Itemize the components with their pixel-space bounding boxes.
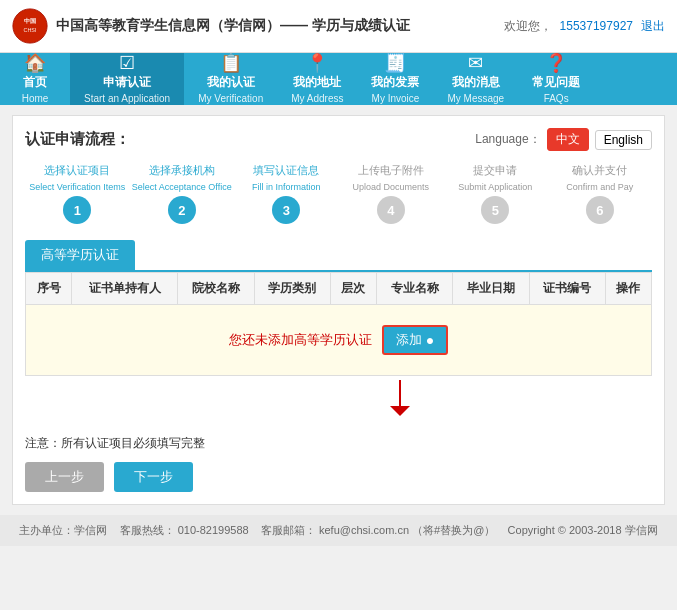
header-right: 欢迎您， 15537197927 退出	[504, 18, 665, 35]
process-title: 认证申请流程：	[25, 130, 130, 149]
footer-host: 主办单位：学信网	[19, 524, 107, 536]
lang-en-button[interactable]: English	[595, 130, 652, 150]
svg-text:CHSI: CHSI	[24, 27, 37, 33]
nav-verification-en: My Verification	[198, 93, 263, 104]
step-1: 选择认证项目 Select Verification Items 1	[25, 163, 130, 224]
note-section: 注意：所有认证项目必须填写完整	[25, 435, 652, 452]
username: 15537197927	[560, 19, 633, 33]
header: 中国 CHSI 中国高等教育学生信息网（学信网）—— 学历与成绩认证 欢迎您， …	[0, 0, 677, 53]
step-6-label-cn: 确认并支付	[572, 163, 627, 178]
nav-invoice-en: My Invoice	[372, 93, 420, 104]
apply-icon: ☑	[119, 54, 135, 72]
invoice-icon: 🧾	[384, 54, 406, 72]
add-button-label: 添加	[396, 331, 422, 349]
step-3: 填写认证信息 Fill in Information 3	[234, 163, 339, 224]
logo-area: 中国 CHSI 中国高等教育学生信息网（学信网）—— 学历与成绩认证	[12, 8, 504, 44]
nav-apply[interactable]: ☑ 申请认证 Start an Application	[70, 53, 184, 105]
navbar: 🏠 首页 Home ☑ 申请认证 Start an Application 📋 …	[0, 53, 677, 105]
nav-address-cn: 我的地址	[293, 74, 341, 91]
logout-link[interactable]: 退出	[641, 18, 665, 35]
step-5: 提交申请 Submit Application 5	[443, 163, 548, 224]
col-num: 序号	[26, 273, 72, 305]
empty-text: 您还未添加高等学历认证	[229, 331, 372, 349]
add-plus-icon: ●	[426, 332, 434, 348]
arrow-indicator	[385, 378, 652, 421]
nav-verification-cn: 我的认证	[207, 74, 255, 91]
prev-button[interactable]: 上一步	[25, 462, 104, 492]
step-5-circle: 5	[481, 196, 509, 224]
tab-bar: 高等学历认证	[25, 240, 652, 272]
process-header: 认证申请流程： Language： 中文 English	[25, 128, 652, 151]
welcome-text: 欢迎您，	[504, 18, 552, 35]
footer-email-label: 客服邮箱：	[261, 524, 316, 536]
nav-message-en: My Message	[447, 93, 504, 104]
svg-marker-4	[390, 406, 410, 416]
add-button[interactable]: 添加 ●	[382, 325, 448, 355]
step-4-label-cn: 上传电子附件	[358, 163, 424, 178]
faq-icon: ❓	[545, 54, 567, 72]
nav-home-cn: 首页	[23, 74, 47, 91]
col-level: 层次	[330, 273, 376, 305]
note-text: 注意：所有认证项目必须填写完整	[25, 436, 205, 450]
step-5-label-en: Submit Application	[458, 182, 532, 192]
nav-home[interactable]: 🏠 首页 Home	[0, 53, 70, 105]
step-6: 确认并支付 Confirm and Pay 6	[548, 163, 653, 224]
step-3-label-en: Fill in Information	[252, 182, 321, 192]
empty-cell: 您还未添加高等学历认证 添加 ●	[26, 305, 652, 376]
nav-message[interactable]: ✉ 我的消息 My Message	[433, 53, 518, 105]
footer-note: （将#替换为@）	[412, 524, 495, 536]
footer-copyright: Copyright © 2003-2018 学信网	[508, 524, 658, 536]
nav-home-en: Home	[22, 93, 49, 104]
step-1-label-en: Select Verification Items	[29, 182, 125, 192]
step-2-label-cn: 选择承接机构	[149, 163, 215, 178]
step-2: 选择承接机构 Select Acceptance Office 2	[130, 163, 235, 224]
step-3-circle: 3	[272, 196, 300, 224]
main-content: 认证申请流程： Language： 中文 English 选择认证项目 Sele…	[12, 115, 665, 505]
logo-icon: 中国 CHSI	[12, 8, 48, 44]
step-4: 上传电子附件 Upload Documents 4	[339, 163, 444, 224]
language-label: Language：	[475, 131, 540, 148]
lang-cn-button[interactable]: 中文	[547, 128, 589, 151]
step-2-label-en: Select Acceptance Office	[132, 182, 232, 192]
step-4-label-en: Upload Documents	[352, 182, 429, 192]
col-category: 学历类别	[254, 273, 330, 305]
footer-email: kefu@chsi.com.cn	[319, 524, 409, 536]
step-3-label-cn: 填写认证信息	[253, 163, 319, 178]
svg-point-0	[13, 9, 47, 43]
nav-faq-cn: 常见问题	[532, 74, 580, 91]
step-1-label-cn: 选择认证项目	[44, 163, 110, 178]
table-header-row: 序号 证书单持有人 院校名称 学历类别 层次 专业名称 毕业日期 证书编号 操作	[26, 273, 652, 305]
nav-apply-en: Start an Application	[84, 93, 170, 104]
nav-apply-cn: 申请认证	[103, 74, 151, 91]
tab-education[interactable]: 高等学历认证	[25, 240, 135, 270]
col-grad-date: 毕业日期	[453, 273, 529, 305]
empty-row: 您还未添加高等学历认证 添加 ●	[26, 305, 652, 376]
col-holder: 证书单持有人	[72, 273, 178, 305]
step-6-circle: 6	[586, 196, 614, 224]
nav-invoice[interactable]: 🧾 我的发票 My Invoice	[357, 53, 433, 105]
nav-verification[interactable]: 📋 我的认证 My Verification	[184, 53, 277, 105]
footer-hotline: 010-82199588	[178, 524, 249, 536]
step-5-label-cn: 提交申请	[473, 163, 517, 178]
verification-icon: 📋	[220, 54, 242, 72]
nav-address-en: My Address	[291, 93, 343, 104]
col-cert-num: 证书编号	[529, 273, 605, 305]
empty-message: 您还未添加高等学历认证 添加 ●	[46, 325, 631, 355]
nav-message-cn: 我的消息	[452, 74, 500, 91]
step-6-label-en: Confirm and Pay	[566, 182, 633, 192]
col-school: 院校名称	[178, 273, 254, 305]
next-button[interactable]: 下一步	[114, 462, 193, 492]
footer-hotline-label: 客服热线：	[120, 524, 175, 536]
col-major: 专业名称	[377, 273, 453, 305]
steps-container: 选择认证项目 Select Verification Items 1 选择承接机…	[25, 163, 652, 224]
step-2-circle: 2	[168, 196, 196, 224]
footer: 主办单位：学信网 客服热线： 010-82199588 客服邮箱： kefu@c…	[0, 515, 677, 546]
nav-faq-en: FAQs	[544, 93, 569, 104]
red-arrow-svg	[385, 378, 415, 418]
nav-buttons: 上一步 下一步	[25, 462, 652, 492]
address-icon: 📍	[306, 54, 328, 72]
col-action: 操作	[605, 273, 651, 305]
nav-faq[interactable]: ❓ 常见问题 FAQs	[518, 53, 594, 105]
step-4-circle: 4	[377, 196, 405, 224]
nav-address[interactable]: 📍 我的地址 My Address	[277, 53, 357, 105]
